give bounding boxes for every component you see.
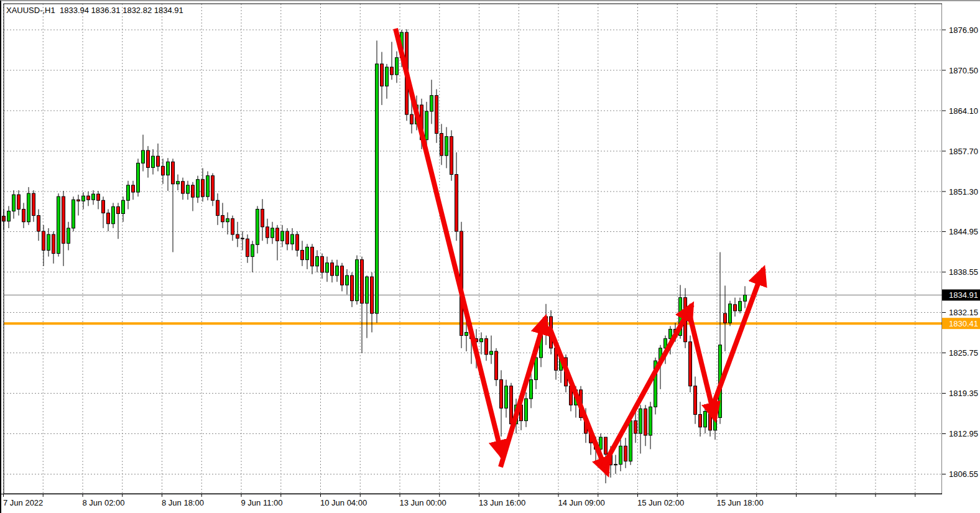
- chart-window[interactable]: 1876.901870.501864.101857.701851.301844.…: [0, 0, 980, 513]
- candle-body: [281, 231, 284, 241]
- candle-body: [346, 275, 349, 285]
- time-tick-label: 15 Jun 18:00: [717, 498, 764, 507]
- candlestick-chart[interactable]: 1876.901870.501864.101857.701851.301844.…: [1, 1, 980, 513]
- candle-body: [744, 295, 747, 301]
- trend-arrow[interactable]: [603, 305, 692, 466]
- candle-body: [122, 200, 125, 213]
- candle-body: [430, 96, 433, 111]
- candle-body: [440, 134, 443, 156]
- candle-body: [12, 195, 16, 211]
- candle-body: [296, 234, 299, 250]
- candle-body: [629, 421, 632, 461]
- candle-body: [714, 418, 717, 430]
- support-price-tag-label: 1830.41: [949, 319, 978, 328]
- candle-body: [331, 263, 334, 275]
- candle-body: [371, 277, 374, 313]
- current-price-tag: 1834.91: [942, 289, 980, 300]
- candle-body: [709, 411, 712, 430]
- price-tick-label: 1857.70: [949, 147, 978, 156]
- trend-arrow[interactable]: [689, 312, 715, 419]
- candle-body: [391, 67, 394, 75]
- candle-body: [450, 137, 453, 175]
- trend-arrow[interactable]: [549, 326, 608, 474]
- trend-arrow[interactable]: [395, 29, 502, 457]
- candle-body: [177, 182, 180, 184]
- candles-layer: [2, 29, 747, 483]
- candle-body: [132, 185, 135, 192]
- candle-body: [216, 200, 220, 215]
- candle-body: [276, 228, 279, 241]
- candle-body: [455, 175, 458, 231]
- candle-body: [52, 234, 55, 253]
- candle-body: [112, 206, 115, 223]
- candle-body: [386, 67, 389, 86]
- candle-body: [734, 305, 737, 311]
- candle-body: [326, 263, 329, 272]
- candle-body: [157, 156, 160, 166]
- candle-body: [505, 386, 508, 409]
- candle-body: [187, 185, 190, 193]
- candle-body: [490, 351, 493, 354]
- candle-body: [619, 446, 622, 464]
- candle-body: [634, 421, 637, 433]
- price-tick-label: 1844.95: [949, 227, 978, 236]
- candle-body: [206, 176, 210, 197]
- candle-body: [729, 304, 732, 323]
- candle-body: [192, 185, 195, 197]
- candle-body: [321, 257, 324, 272]
- candle-body: [361, 260, 364, 303]
- candle-body: [211, 176, 215, 201]
- candle-body: [147, 150, 150, 167]
- candle-body: [172, 162, 175, 184]
- candle-body: [465, 332, 468, 335]
- candle-body: [510, 386, 513, 424]
- candle-body: [699, 415, 702, 427]
- support-price-tag: 1830.41: [942, 318, 980, 329]
- candle-body: [152, 156, 155, 167]
- price-tick-label: 1832.15: [949, 308, 978, 317]
- candle-body: [196, 180, 200, 197]
- trend-arrow[interactable]: [711, 269, 764, 412]
- candle-body: [381, 64, 384, 86]
- plot-border: [4, 4, 942, 494]
- candle-body: [7, 211, 11, 221]
- price-tick-label: 1819.35: [949, 389, 978, 398]
- time-tick-label: 8 Jun 18:00: [162, 498, 204, 507]
- price-tick-label: 1825.75: [949, 348, 978, 358]
- candle-body: [251, 244, 254, 256]
- candle-body: [500, 380, 503, 409]
- candle-body: [425, 111, 428, 140]
- candle-body: [376, 64, 379, 313]
- time-tick-label: 13 Jun 16:00: [479, 498, 525, 507]
- candle-body: [495, 351, 498, 380]
- candle-body: [724, 313, 727, 323]
- candle-body: [271, 228, 274, 238]
- candle-body: [27, 193, 30, 222]
- candle-body: [395, 58, 399, 75]
- time-axis[interactable]: 7 Jun 20228 Jun 02:008 Jun 18:009 Jun 11…: [1, 494, 980, 513]
- price-tick-label: 1876.90: [949, 25, 978, 35]
- time-tick-label: 14 Jun 09:00: [558, 498, 605, 507]
- candle-body: [87, 196, 90, 200]
- candle-body: [485, 339, 488, 354]
- candle-body: [410, 114, 414, 124]
- time-tick-label: 10 Jun 04:00: [320, 498, 367, 507]
- candle-body: [311, 247, 314, 266]
- candle-body: [604, 437, 608, 454]
- price-tick-label: 1838.55: [949, 267, 978, 277]
- candle-body: [182, 182, 185, 193]
- candle-body: [142, 150, 145, 163]
- candle-body: [42, 231, 45, 250]
- candle-body: [127, 185, 130, 200]
- candle-body: [366, 277, 369, 303]
- candle-body: [67, 228, 70, 243]
- time-tick-label: 13 Jun 00:00: [400, 498, 446, 507]
- candle-body: [286, 231, 289, 244]
- candle-body: [435, 96, 438, 134]
- price-axis[interactable]: 1876.901870.501864.101857.701851.301844.…: [942, 1, 980, 513]
- candle-body: [167, 162, 170, 175]
- candle-body: [241, 238, 244, 239]
- candle-body: [37, 216, 40, 231]
- price-tick-label: 1851.30: [949, 187, 978, 196]
- candle-body: [336, 266, 339, 275]
